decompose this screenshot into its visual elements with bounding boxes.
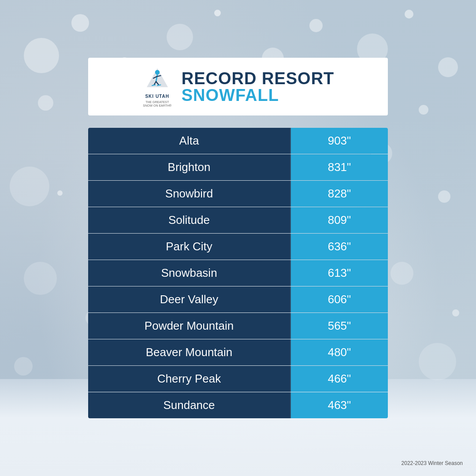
snowfall-table: Alta903"Brighton831"Snowbird828"Solitude…: [88, 128, 388, 418]
cell-resort: Park City: [88, 234, 291, 260]
cell-value: 636": [291, 234, 388, 260]
cell-value: 606": [291, 286, 388, 312]
cell-resort: Cherry Peak: [88, 366, 291, 392]
cell-value: 565": [291, 313, 388, 339]
table-row: Cherry Peak466": [88, 366, 388, 392]
footer-season: 2022-2023 Winter Season: [402, 460, 463, 466]
cell-resort: Snowbasin: [88, 260, 291, 286]
cell-value: 613": [291, 260, 388, 286]
cell-value: 903": [291, 128, 388, 154]
main-content: SKI UTAH THE GREATEST SNOW ON EARTH® REC…: [0, 0, 476, 476]
cell-resort: Brighton: [88, 154, 291, 180]
table-row: Deer Valley606": [88, 286, 388, 313]
table-row: Snowbasin613": [88, 260, 388, 286]
cell-value: 809": [291, 207, 388, 233]
header-title: RECORD RESORT: [182, 70, 335, 87]
ski-utah-logo-icon: [144, 66, 171, 92]
cell-resort: Beaver Mountain: [88, 339, 291, 365]
cell-resort: Deer Valley: [88, 286, 291, 312]
logo-area: SKI UTAH THE GREATEST SNOW ON EARTH®: [142, 66, 173, 108]
cell-resort: Sundance: [88, 392, 291, 418]
info-card: SKI UTAH THE GREATEST SNOW ON EARTH® REC…: [88, 58, 388, 419]
header-subtitle: SNOWFALL: [182, 87, 279, 104]
table-row: Park City636": [88, 234, 388, 260]
table-row: Alta903": [88, 128, 388, 154]
cell-value: 831": [291, 154, 388, 180]
cell-resort: Snowbird: [88, 181, 291, 207]
logo-text: SKI UTAH: [145, 94, 169, 99]
cell-value: 480": [291, 339, 388, 365]
svg-point-2: [155, 70, 160, 74]
logo-tagline: THE GREATEST SNOW ON EARTH®: [142, 100, 173, 108]
table-row: Brighton831": [88, 154, 388, 181]
table-row: Snowbird828": [88, 181, 388, 207]
header-box: SKI UTAH THE GREATEST SNOW ON EARTH® REC…: [88, 58, 388, 116]
table-row: Powder Mountain565": [88, 313, 388, 339]
header-text: RECORD RESORT SNOWFALL: [182, 70, 335, 104]
cell-value: 466": [291, 366, 388, 392]
cell-resort: Alta: [88, 128, 291, 154]
table-row: Sundance463": [88, 392, 388, 418]
table-row: Beaver Mountain480": [88, 339, 388, 366]
cell-resort: Powder Mountain: [88, 313, 291, 339]
table-row: Solitude809": [88, 207, 388, 234]
cell-resort: Solitude: [88, 207, 291, 233]
cell-value: 828": [291, 181, 388, 207]
cell-value: 463": [291, 392, 388, 418]
